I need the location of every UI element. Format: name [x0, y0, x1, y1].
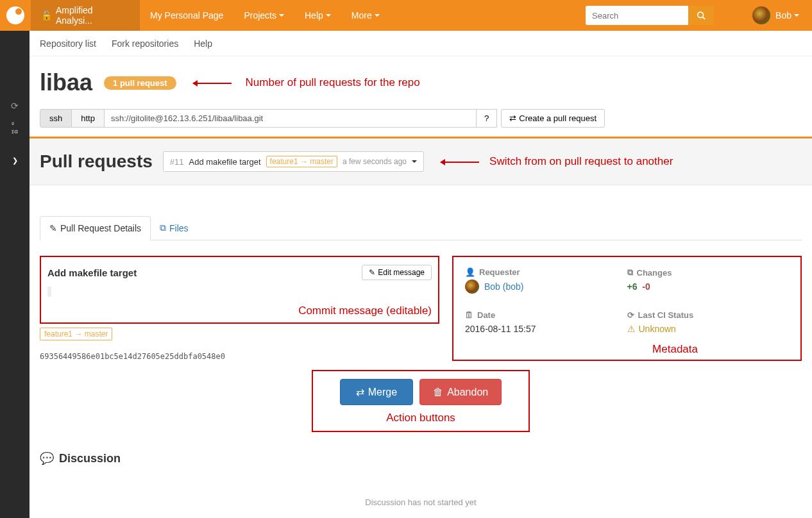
left-sidebar: ⟳ ᵍɪɢ ❯: [0, 31, 30, 507]
deletions-count: -0: [642, 281, 650, 292]
requester-link[interactable]: Bob (bob): [484, 281, 523, 292]
annotation-switch-pr: Switch from on pull request to another: [489, 155, 673, 169]
edit-icon: ✎: [369, 268, 375, 277]
commit-title: Add makefile target: [47, 267, 137, 278]
ci-status-value: ⚠Unknown: [627, 324, 790, 334]
pencil-icon: ✎: [49, 223, 57, 233]
search-form: [586, 6, 714, 25]
changes-label: ⧉Changes: [627, 267, 790, 278]
nav-projects[interactable]: Projects: [233, 0, 294, 31]
date-label: 🗓Date: [465, 310, 627, 320]
date-value: 2016-08-11 15:57: [465, 324, 627, 334]
nav-help[interactable]: Help: [194, 38, 212, 49]
annotation-metadata: Metadata: [652, 343, 698, 356]
pull-request-selector[interactable]: #11 Add makefile target feature1 → maste…: [163, 151, 424, 172]
search-button[interactable]: [688, 6, 714, 25]
app-logo[interactable]: [0, 0, 31, 31]
svg-line-1: [703, 17, 706, 20]
diff-icon: ⧉: [627, 267, 633, 278]
annotation-pr-count: Number of pull requests for the repo: [246, 76, 420, 89]
username: Bob: [775, 10, 791, 21]
discussion-heading: 💬 Discussion: [40, 451, 802, 465]
search-icon: [697, 11, 706, 20]
commit-message-box: Add makefile target ✎ Edit message Commi…: [40, 256, 439, 324]
annotation-commit-msg: Commit message (editable): [298, 305, 432, 317]
annotation-action-buttons: Action buttons: [319, 412, 522, 424]
repo-title: libaa: [40, 69, 92, 96]
ci-status-label: ⟳Last CI Status: [627, 310, 790, 320]
discussion-empty-text: Discussion has not started yet: [40, 497, 802, 507]
clone-url-field[interactable]: [105, 109, 477, 128]
expand-sidebar-button[interactable]: ❯: [6, 151, 24, 169]
unlock-icon: 🔓: [41, 10, 52, 21]
clone-proto-ssh[interactable]: ssh: [40, 109, 72, 128]
clone-help-button[interactable]: ?: [477, 109, 497, 128]
clone-row: ssh http ? ⇄ Create a pull request: [40, 109, 802, 128]
pull-requests-section: Pull requests #11 Add makefile target fe…: [30, 138, 812, 185]
merge-icon: ⇄: [356, 386, 364, 398]
caret-down-icon: [794, 14, 799, 17]
nav-repository-list[interactable]: Repository list: [40, 38, 96, 49]
git-icon[interactable]: ᵍɪɢ: [0, 117, 30, 138]
merge-button[interactable]: ⇄ Merge: [340, 379, 413, 405]
commit-body-textarea[interactable]: [47, 287, 51, 297]
pr-count-badge[interactable]: 1 pull request: [104, 76, 176, 90]
nav-more[interactable]: More: [341, 0, 390, 31]
chat-icon: 💬: [40, 451, 54, 465]
files-icon: ⧉: [160, 222, 166, 233]
requester-avatar: [465, 280, 479, 294]
nav-help[interactable]: Help: [294, 0, 341, 31]
nav-fork-repositories[interactable]: Fork repositories: [112, 38, 178, 49]
svg-point-0: [698, 12, 704, 18]
clone-proto-http[interactable]: http: [72, 109, 105, 128]
pr-time: a few seconds ago: [343, 157, 407, 166]
refresh-icon: ⟳: [627, 310, 634, 320]
annotation-arrow: [193, 78, 232, 88]
abandon-button[interactable]: 🗑 Abandon: [419, 379, 502, 405]
branch-flow-badge: feature1 → master: [266, 156, 337, 167]
trash-icon: 🗑: [433, 387, 443, 398]
pull-requests-heading: Pull requests: [40, 151, 153, 172]
nav-personal-page[interactable]: My Personal Page: [140, 0, 233, 31]
caret-down-icon: [412, 160, 417, 163]
pr-tabs: ✎ Pull Request Details ⧉ Files: [40, 216, 802, 240]
action-buttons-box: ⇄ Merge 🗑 Abandon Action buttons: [312, 370, 530, 432]
current-project-menu[interactable]: 🔓 Amplified Analysi...: [31, 0, 140, 31]
user-menu[interactable]: Bob: [752, 6, 799, 24]
top-navbar: 🔓 Amplified Analysi... My Personal Page …: [0, 0, 812, 31]
edit-message-button[interactable]: ✎ Edit message: [362, 265, 432, 280]
repo-header: libaa 1 pull request Number of pull requ…: [40, 69, 802, 96]
branch-flow-badge: feature1 → master: [40, 328, 112, 340]
annotation-arrow: [441, 156, 479, 167]
search-input[interactable]: [586, 6, 688, 25]
pr-title: Add makefile target: [189, 157, 261, 167]
tab-pr-details[interactable]: ✎ Pull Request Details: [40, 216, 151, 240]
caret-down-icon: [279, 14, 284, 17]
warning-icon: ⚠: [627, 324, 636, 334]
user-icon: 👤: [465, 267, 475, 277]
requester-label: 👤Requester: [465, 267, 627, 277]
caret-down-icon: [375, 14, 380, 17]
caret-down-icon: [326, 14, 331, 17]
pr-metadata-box: 👤Requester Bob (bob) ⧉Changes +6 -0: [452, 256, 802, 361]
refresh-icon[interactable]: ⟳: [0, 95, 30, 117]
calendar-icon: 🗓: [465, 310, 473, 320]
project-name: Amplified Analysi...: [56, 5, 130, 26]
merge-icon: ⇄: [509, 113, 516, 123]
additions-count: +6: [627, 281, 638, 292]
commit-hash: 69356449586e01bc5e14d27605e25ddbfa0548e0: [40, 352, 439, 361]
create-pull-request-button[interactable]: ⇄ Create a pull request: [501, 109, 605, 128]
repo-subnav: Repository list Fork repositories Help: [30, 31, 812, 56]
user-avatar: [752, 6, 770, 24]
pr-number: #11: [170, 157, 184, 167]
tab-files[interactable]: ⧉ Files: [151, 216, 198, 240]
